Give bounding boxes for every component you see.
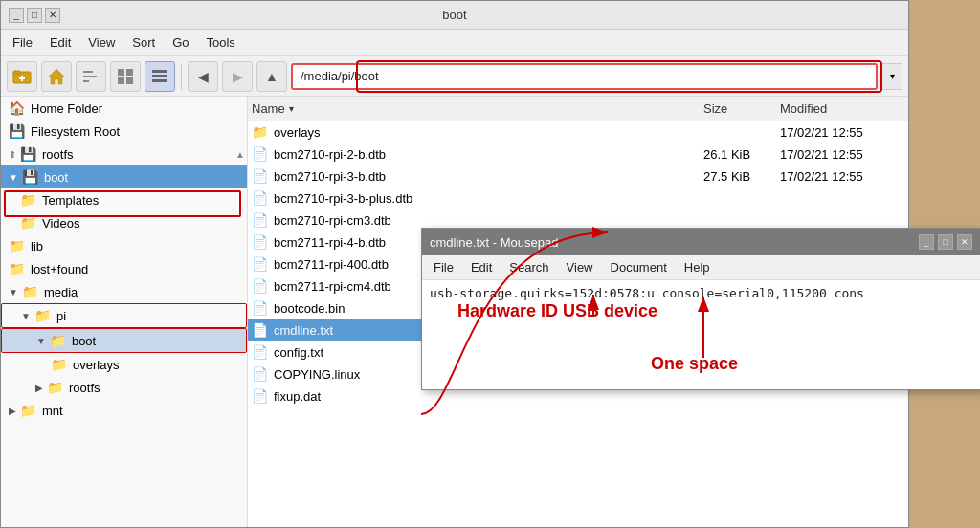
file-name-bcm2710-3b: bcm2710-rpi-3-b.dtb xyxy=(274,169,703,184)
sidebar-item-lostfound[interactable]: 📁 lost+found xyxy=(1,257,247,280)
sidebar-item-mnt[interactable]: ▶ 📁 mnt xyxy=(1,399,247,422)
file-row-bcm2710-3b[interactable]: 📄 bcm2710-rpi-3-b.dtb 27.5 KiB 17/02/21 … xyxy=(248,165,908,187)
sidebar-item-templates[interactable]: 📁 Templates xyxy=(1,188,247,211)
forward-button[interactable]: ▶ xyxy=(222,61,253,92)
mnt-expand-icon: ▶ xyxy=(9,406,16,416)
sidebar-item-boot-nested[interactable]: ▼ 📁 boot xyxy=(1,328,247,353)
file-icon-overlays: 📁 xyxy=(252,124,268,140)
boot-drive-icon: 💾 xyxy=(22,169,38,185)
mousepad-menu-edit[interactable]: Edit xyxy=(463,258,500,276)
close-button[interactable]: ✕ xyxy=(45,8,60,23)
boot-nested-icon: 📁 xyxy=(50,333,66,348)
menu-sort[interactable]: Sort xyxy=(124,33,163,53)
svg-rect-1 xyxy=(13,71,20,74)
file-icon-bcm2711-cm4: 📄 xyxy=(252,278,268,294)
mousepad-menu-file[interactable]: File xyxy=(426,258,461,276)
file-row-overlays[interactable]: 📁 overlays 17/02/21 12:55 xyxy=(248,121,908,143)
menu-file[interactable]: File xyxy=(5,33,40,53)
sidebar-label-lib: lib xyxy=(31,239,43,253)
file-name-overlays: overlays xyxy=(274,125,703,140)
rootfs-icon: 💾 xyxy=(20,146,36,162)
mousepad-content: usb-storage.quirks=152d:0578:u console=s… xyxy=(422,280,980,389)
sidebar-label-templates: Templates xyxy=(42,193,99,208)
mousepad-text: usb-storage.quirks=152d:0578:u console=s… xyxy=(430,286,864,300)
sidebar-item-boot[interactable]: ▼ 💾 boot xyxy=(1,165,247,188)
mousepad-menu-search[interactable]: Search xyxy=(501,258,556,276)
file-modified-bcm2710-3b: 17/02/21 12:55 xyxy=(780,169,904,184)
file-name-bcm2710-cm3: bcm2710-rpi-cm3.dtb xyxy=(274,213,703,228)
file-size-bcm2710-2b: 26.1 KiB xyxy=(703,147,780,162)
sidebar: 🏠 Home Folder 💾 Filesystem Root ⬆ 💾 root… xyxy=(1,97,248,527)
address-dropdown[interactable]: ▾ xyxy=(881,63,902,90)
sidebar-label-filesystem: Filesystem Root xyxy=(31,124,120,139)
sidebar-item-lib[interactable]: 📁 lib xyxy=(1,234,247,257)
sidebar-item-pi[interactable]: ▼ 📁 pi xyxy=(1,303,247,328)
mousepad-titlebar: cmdline.txt - Mousepad _ □ ✕ xyxy=(422,229,980,255)
minimize-button[interactable]: _ xyxy=(9,8,24,23)
menu-view[interactable]: View xyxy=(80,33,122,53)
file-icon-bcm2710-cm3: 📄 xyxy=(252,212,268,228)
col-modified-header: Modified xyxy=(780,101,904,116)
back-button[interactable]: ◀ xyxy=(188,61,218,92)
window-title: boot xyxy=(66,8,843,22)
sort-button[interactable] xyxy=(76,61,106,92)
sidebar-item-rootfs-nested[interactable]: ▶ 📁 rootfs xyxy=(1,376,247,399)
view-icons-button[interactable] xyxy=(110,61,141,92)
home-icon: 🏠 xyxy=(9,100,25,116)
menu-edit[interactable]: Edit xyxy=(42,33,78,53)
file-icon-bcm2710-3b: 📄 xyxy=(252,168,268,184)
file-icon-bcm2710-2b: 📄 xyxy=(252,146,268,162)
file-icon-copying: 📄 xyxy=(252,366,268,382)
file-modified-overlays: 17/02/21 12:55 xyxy=(780,125,904,140)
mousepad-title: cmdline.txt - Mousepad xyxy=(430,235,558,250)
up-button[interactable]: ▲ xyxy=(256,61,287,92)
svg-rect-12 xyxy=(152,70,167,73)
menu-tools[interactable]: Tools xyxy=(199,33,243,53)
rootfs-scroll-icon: ⬆ xyxy=(9,149,16,160)
file-icon-bootcode: 📄 xyxy=(252,300,268,316)
title-bar: _ □ ✕ boot xyxy=(1,1,908,30)
sidebar-item-overlays[interactable]: 📁 overlays xyxy=(1,353,247,376)
sidebar-item-media[interactable]: ▼ 📁 media xyxy=(1,280,247,303)
mousepad-controls: _ □ ✕ xyxy=(919,234,972,250)
mousepad-menu-document[interactable]: Document xyxy=(603,258,675,276)
boot-nested-expand-icon: ▼ xyxy=(36,336,46,346)
address-input[interactable] xyxy=(291,63,878,90)
mousepad-menu-view[interactable]: View xyxy=(559,258,601,276)
menu-go[interactable]: Go xyxy=(165,33,196,53)
svg-marker-4 xyxy=(49,69,64,84)
col-size-header: Size xyxy=(703,101,780,116)
pi-icon: 📁 xyxy=(34,308,51,323)
svg-rect-8 xyxy=(118,69,124,76)
file-list-header: Name ▾ Size Modified xyxy=(248,97,908,121)
mousepad-menu-help[interactable]: Help xyxy=(677,258,718,276)
sidebar-item-filesystem[interactable]: 💾 Filesystem Root xyxy=(1,120,247,143)
rootfs-nested-expand-icon: ▶ xyxy=(35,383,43,393)
mousepad-maximize[interactable]: □ xyxy=(938,234,953,250)
svg-rect-11 xyxy=(126,77,133,84)
mousepad-minimize[interactable]: _ xyxy=(919,234,934,250)
sidebar-item-home[interactable]: 🏠 Home Folder xyxy=(1,97,247,120)
file-name-fixup: fixup.dat xyxy=(274,389,703,404)
folder-new-button[interactable] xyxy=(7,61,37,92)
mousepad-close[interactable]: ✕ xyxy=(957,234,972,250)
sidebar-label-home: Home Folder xyxy=(31,101,102,116)
file-icon-bcm2711-4b: 📄 xyxy=(252,234,268,250)
file-row-bcm2710-3bplus[interactable]: 📄 bcm2710-rpi-3-b-plus.dtb xyxy=(248,187,908,209)
menu-bar: File Edit View Sort Go Tools xyxy=(1,30,908,56)
file-icon-cmdline: 📄 xyxy=(252,322,268,338)
sidebar-item-rootfs-top[interactable]: ⬆ 💾 rootfs ▲ xyxy=(1,143,247,165)
scroll-bar-indicator: ▲ xyxy=(235,149,245,160)
maximize-button[interactable]: □ xyxy=(27,8,42,23)
file-icon-config: 📄 xyxy=(252,344,268,360)
file-icon-bcm2710-3bplus: 📄 xyxy=(252,190,268,206)
rootfs-nested-icon: 📁 xyxy=(47,380,63,395)
sidebar-scroll[interactable]: 🏠 Home Folder 💾 Filesystem Root ⬆ 💾 root… xyxy=(1,97,247,422)
view-list-button[interactable] xyxy=(145,61,175,92)
sidebar-item-videos[interactable]: 📁 Videos xyxy=(1,211,247,234)
file-name-bcm2710-2b: bcm2710-rpi-2-b.dtb xyxy=(274,147,703,162)
file-row-bcm2710-2b[interactable]: 📄 bcm2710-rpi-2-b.dtb 26.1 KiB 17/02/21 … xyxy=(248,143,908,165)
file-name-bcm2710-3bplus: bcm2710-rpi-3-b-plus.dtb xyxy=(274,191,703,206)
home-button[interactable] xyxy=(41,61,72,92)
file-size-bcm2710-3b: 27.5 KiB xyxy=(703,169,780,184)
